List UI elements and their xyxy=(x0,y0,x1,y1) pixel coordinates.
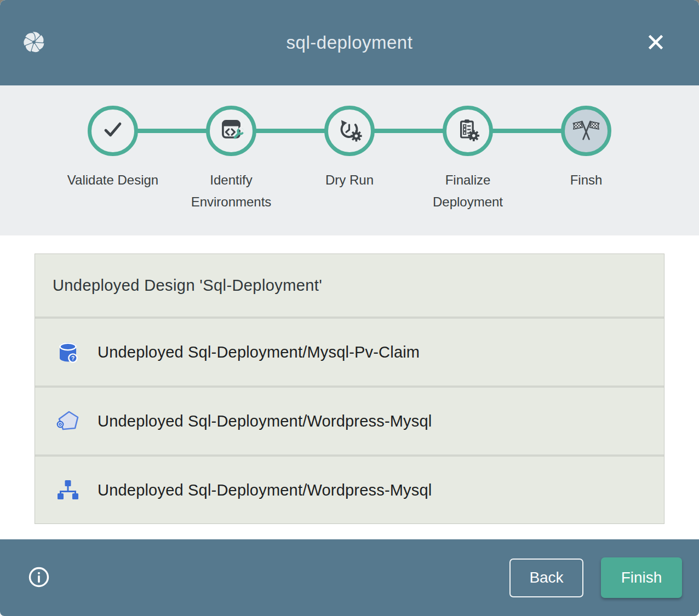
step-finish: Finsh xyxy=(527,106,645,213)
status-row-text: Undeployed Sql-Deployment/Wordpress-Mysq… xyxy=(98,412,432,430)
dialog-header: sql-deployment xyxy=(0,0,699,85)
pod-pentagon-icon xyxy=(55,408,81,434)
step-validate-design: Validate Design xyxy=(54,106,172,213)
step-finalize-deployment-circle[interactable] xyxy=(443,106,493,156)
wizard-dialog: sql-deployment Validate Design xyxy=(0,0,699,616)
code-window-wrench-icon xyxy=(216,114,247,147)
status-row-text: Undeployed Sql-Deployment/Wordpress-Mysq… xyxy=(98,481,432,499)
step-identify-environments-circle[interactable] xyxy=(206,106,256,156)
info-icon[interactable] xyxy=(26,565,51,590)
status-row-wordpress-mysql-service: Undeployed Sql-Deployment/Wordpress-Mysq… xyxy=(35,457,664,523)
status-content-area: Undeployed Design 'Sql-Deployment' ? Und… xyxy=(0,235,699,539)
step-label: Validate Design xyxy=(67,169,158,191)
svg-text:?: ? xyxy=(71,355,75,361)
dialog-footer: Back Finish xyxy=(0,539,699,616)
sync-gear-icon xyxy=(334,114,365,147)
close-icon[interactable] xyxy=(643,30,668,55)
step-finalize-deployment: Finalize Deployment xyxy=(409,106,527,213)
checklist-gear-icon xyxy=(452,114,483,147)
step-finish-circle[interactable] xyxy=(561,106,611,156)
wizard-stepper: Validate Design xyxy=(0,85,699,235)
database-icon: ? xyxy=(55,339,81,365)
status-row-text: Undeployed Sql-Deployment/Mysql-Pv-Claim xyxy=(98,343,420,361)
finish-flags-icon xyxy=(571,114,601,147)
back-button[interactable]: Back xyxy=(509,559,583,597)
footer-actions: Back Finish xyxy=(509,557,699,598)
check-icon xyxy=(98,114,128,147)
status-row-wordpress-mysql-pod: Undeployed Sql-Deployment/Wordpress-Mysq… xyxy=(35,388,664,454)
step-label: Finalize Deployment xyxy=(413,169,523,213)
status-row-mysql-pv-claim: ? Undeployed Sql-Deployment/Mysql-Pv-Cla… xyxy=(35,319,664,385)
step-dry-run-circle[interactable] xyxy=(324,106,375,156)
step-label: Dry Run xyxy=(325,169,374,191)
brand-pinwheel-logo-icon xyxy=(18,26,50,58)
deployment-status-panel: Undeployed Design 'Sql-Deployment' ? Und… xyxy=(35,254,664,524)
status-heading: Undeployed Design 'Sql-Deployment' xyxy=(35,254,664,316)
step-label: Identify Environments xyxy=(176,169,286,213)
step-label: Finsh xyxy=(570,169,603,191)
dialog-title: sql-deployment xyxy=(0,32,699,53)
finish-button[interactable]: Finish xyxy=(601,557,682,598)
sitemap-icon xyxy=(55,477,81,503)
step-dry-run: Dry Run xyxy=(290,106,409,213)
step-identify-environments: Identify Environments xyxy=(172,106,290,213)
step-validate-design-circle[interactable] xyxy=(88,106,138,156)
